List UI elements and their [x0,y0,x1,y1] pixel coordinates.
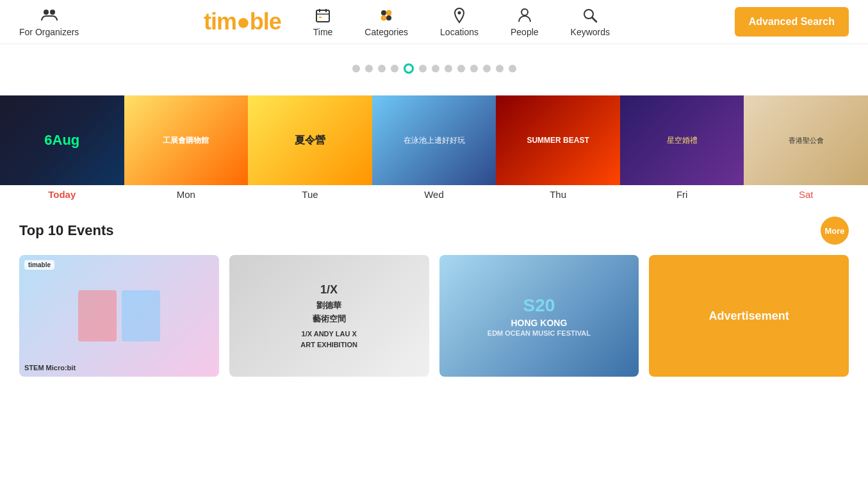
nav-item-for-organizers[interactable]: For Organizers [19,6,79,37]
carousel-dot-8[interactable] [445,65,452,72]
organizers-icon [40,6,58,24]
section-header: Top 10 Events More [19,217,849,245]
event-image-2: 1/X 劉德華 藝術空間 1/X ANDY LAU XART EXHIBITIO… [229,255,429,377]
svg-point-7 [381,10,386,15]
nav-item-categories[interactable]: Categories [364,6,408,37]
event-card-3[interactable]: S20 HONG KONG EDM OCEAN MUSIC FESTIVAL [439,255,639,377]
svg-point-8 [386,10,391,15]
nav-label-time: Time [313,27,333,37]
section-title: Top 10 Events [19,222,114,239]
carousel-dot-13[interactable] [509,65,516,72]
svg-line-14 [593,18,597,22]
events-grid: timable STEM Micro:bit 1/X 劉德華 藝術空間 1/X … [19,255,849,377]
carousel-dot-4[interactable] [391,65,398,72]
advertisement-card[interactable]: Advertisement [649,255,849,377]
time-icon [314,6,332,24]
svg-point-1 [50,10,55,15]
carousel-dot-11[interactable] [483,65,491,72]
event-image-1: timable STEM Micro:bit [19,255,219,377]
nav-item-locations[interactable]: Locations [440,6,479,37]
carousel-area [0,44,868,95]
carousel-dot-5[interactable] [404,63,414,74]
advanced-search-button[interactable]: Advanced Search [735,7,849,37]
nav-right: Advanced Search [735,7,849,37]
day-label-tue: Tue [302,185,318,204]
carousel-dot-9[interactable] [457,65,465,72]
logo-text: tim [204,8,236,35]
advertisement-label: Advertisement [709,309,789,323]
nav-label-keywords: Keywords [571,27,610,37]
logo[interactable]: tim●ble [204,8,281,35]
locations-icon [450,6,468,24]
day-card-wed[interactable]: 在泳池上邊好好玩 Wed [372,95,496,204]
nav-center: tim●ble Time Categories [79,6,734,37]
svg-point-0 [44,10,49,15]
nav-item-people[interactable]: People [511,6,539,37]
nav-left: For Organizers [19,6,79,37]
svg-point-10 [386,15,391,20]
logo-end: ble [250,8,281,35]
day-card-mon[interactable]: 工展會購物館 Mon [124,95,249,204]
carousel-dot-2[interactable] [365,65,373,72]
event-image-3: S20 HONG KONG EDM OCEAN MUSIC FESTIVAL [439,255,639,377]
day-label-fri: Fri [676,185,688,204]
day-label-thu: Thu [550,185,566,204]
carousel-dot-1[interactable] [352,65,360,72]
carousel-dot-12[interactable] [496,65,504,72]
day-card-fri[interactable]: 星空婚禮 Fri [620,95,744,204]
carousel-dot-6[interactable] [419,65,427,72]
svg-point-9 [381,15,386,20]
event-card-2[interactable]: 1/X 劉德華 藝術空間 1/X ANDY LAU XART EXHIBITIO… [229,255,429,377]
day-label-sat: Sat [799,185,814,204]
nav-label-for-organizers: For Organizers [19,27,79,37]
nav-label-people: People [511,27,539,37]
more-button[interactable]: More [821,217,849,245]
svg-point-11 [458,12,461,15]
svg-rect-2 [316,10,329,22]
carousel-dot-7[interactable] [432,65,439,72]
people-icon [516,6,534,24]
nav-item-keywords[interactable]: Keywords [571,6,610,37]
day-label-today: Today [48,185,76,204]
logo-highlight: ● [236,8,250,35]
day-label-mon: Mon [177,185,195,204]
day-strip: 6Aug Today 工展會購物館 Mon 夏令營 Tue 在泳池上邊好好玩 W… [0,95,868,204]
day-card-thu[interactable]: SUMMER BEAST Thu [496,95,620,204]
header: For Organizers tim●ble Time [0,0,868,44]
carousel-dot-10[interactable] [470,65,478,72]
carousel-dot-3[interactable] [378,65,386,72]
day-label-wed: Wed [424,185,444,204]
day-card-today[interactable]: 6Aug Today [0,95,124,204]
nav-label-locations: Locations [440,27,479,37]
day-card-tue[interactable]: 夏令營 Tue [248,95,372,204]
nav-label-categories: Categories [364,27,408,37]
nav-item-time[interactable]: Time [313,6,333,37]
day-card-sat[interactable]: 香港聖公會 Sat [744,95,868,204]
top-events-section: Top 10 Events More timable STEM Micro:bi… [0,204,868,390]
svg-point-12 [521,9,528,15]
event-card-1[interactable]: timable STEM Micro:bit [19,255,219,377]
carousel-dots [352,63,516,74]
keywords-icon [581,6,599,24]
categories-icon [377,6,395,24]
